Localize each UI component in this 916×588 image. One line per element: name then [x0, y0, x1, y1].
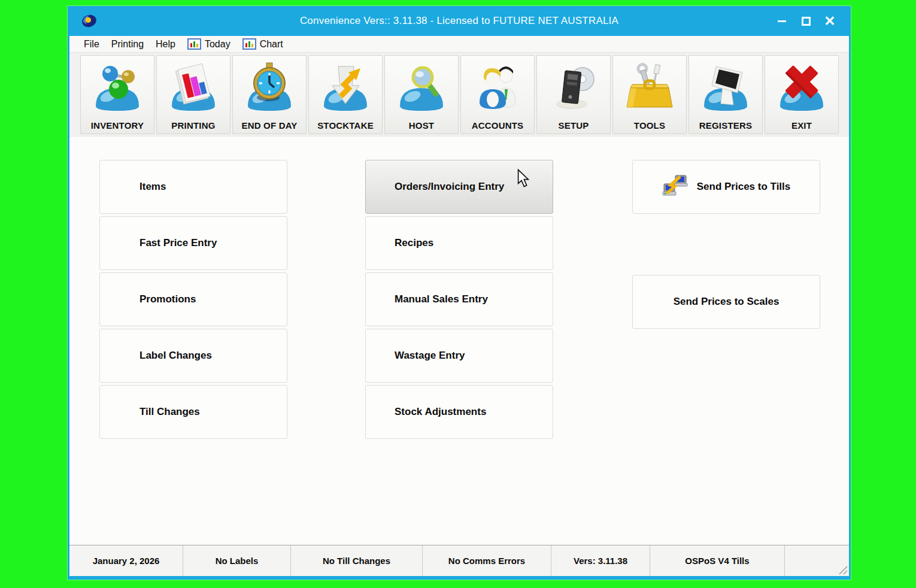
status-version: Vers: 3.11.38 — [551, 545, 650, 576]
main-panel: Items Fast Price Entry Promotions Label … — [69, 137, 849, 545]
mouse-cursor — [515, 169, 531, 188]
printing-icon — [164, 56, 223, 120]
button-column-right: Send Prices to Tills Send Prices to Scal… — [632, 160, 820, 329]
status-tills-type: OSPoS V4 Tills — [650, 545, 785, 576]
toolbar-host-label: HOST — [409, 120, 434, 131]
desktop-background: Convenience Vers:: 3.11.38 - Licensed to… — [0, 0, 916, 588]
chart-icon — [242, 38, 256, 50]
status-labels: No Labels — [183, 545, 291, 576]
menu-chart[interactable]: Chart — [236, 36, 289, 52]
button-column-left: Items Fast Price Entry Promotions Label … — [99, 160, 287, 439]
toolbox-icon — [620, 56, 679, 120]
toolbar-registers-label: REGISTERS — [699, 120, 752, 131]
fast-price-entry-button[interactable]: Fast Price Entry — [99, 216, 287, 270]
window-controls: ✕ — [776, 6, 836, 36]
send-prices-to-tills-button[interactable]: Send Prices to Tills — [632, 160, 820, 214]
window-title: Convenience Vers:: 3.11.38 - Licensed to… — [69, 15, 849, 27]
toolbar-stocktake[interactable]: STOCKTAKE — [308, 55, 383, 134]
send-prices-to-scales-button[interactable]: Send Prices to Scales — [632, 275, 820, 329]
app-window: Convenience Vers:: 3.11.38 - Licensed to… — [68, 6, 851, 580]
stock-adjustments-button[interactable]: Stock Adjustments — [365, 385, 553, 439]
status-bar: January 2, 2026 No Labels No Till Change… — [69, 545, 849, 576]
recipes-button[interactable]: Recipes — [365, 216, 553, 270]
app-icon — [80, 13, 99, 29]
maximize-button[interactable] — [800, 14, 812, 28]
toolbar: INVENTORY — [69, 53, 849, 137]
toolbar-printing[interactable]: PRINTING — [156, 55, 230, 134]
status-empty-cell — [785, 545, 849, 576]
toolbar-printing-label: PRINTING — [171, 120, 215, 131]
toolbar-exit-label: EXIT — [791, 120, 812, 131]
toolbar-host[interactable]: HOST — [384, 55, 459, 134]
menu-file[interactable]: File — [78, 36, 105, 52]
menu-today-label: Today — [205, 39, 230, 50]
toolbar-inventory[interactable]: INVENTORY — [80, 55, 154, 134]
computer-icon — [544, 56, 603, 120]
magnifier-icon — [392, 56, 451, 120]
stopwatch-icon — [240, 56, 299, 120]
toolbar-inventory-label: INVENTORY — [91, 120, 144, 131]
menu-bar: File Printing Help Today — [69, 36, 849, 53]
toolbar-accounts[interactable]: ACCOUNTS — [460, 55, 535, 134]
till-changes-button[interactable]: Till Changes — [99, 385, 287, 439]
items-button[interactable]: Items — [99, 160, 287, 214]
toolbar-accounts-label: ACCOUNTS — [472, 120, 524, 131]
button-column-middle: Orders/Invoicing Entry Recipes Manual Sa… — [365, 160, 553, 439]
toolbar-tools[interactable]: TOOLS — [612, 55, 687, 134]
send-prices-icon — [662, 174, 690, 199]
inventory-icon — [88, 56, 147, 120]
toolbar-stocktake-label: STOCKTAKE — [317, 120, 374, 131]
title-bar[interactable]: Convenience Vers:: 3.11.38 - Licensed to… — [69, 6, 849, 36]
stocktake-icon — [316, 56, 375, 120]
label-changes-button[interactable]: Label Changes — [99, 329, 287, 383]
toolbar-setup[interactable]: SETUP — [536, 55, 611, 134]
chart-icon — [187, 38, 201, 50]
menu-help[interactable]: Help — [150, 36, 181, 52]
toolbar-registers[interactable]: REGISTERS — [688, 55, 763, 134]
menu-chart-label: Chart — [260, 39, 283, 50]
menu-printing[interactable]: Printing — [105, 36, 150, 52]
menu-today[interactable]: Today — [181, 36, 236, 52]
send-prices-to-tills-label: Send Prices to Tills — [697, 181, 791, 193]
toolbar-exit[interactable]: EXIT — [765, 55, 839, 134]
promotions-button[interactable]: Promotions — [99, 272, 287, 326]
monitor-icon — [696, 56, 755, 120]
toolbar-tools-label: TOOLS — [634, 120, 665, 131]
toolbar-setup-label: SETUP — [558, 120, 589, 131]
manual-sales-entry-button[interactable]: Manual Sales Entry — [365, 272, 553, 326]
wastage-entry-button[interactable]: Wastage Entry — [365, 329, 553, 383]
toolbar-end-of-day-label: END OF DAY — [241, 120, 297, 131]
status-till-changes: No Till Changes — [291, 545, 423, 576]
status-date: January 2, 2026 — [69, 545, 183, 576]
people-icon — [468, 56, 527, 120]
close-button[interactable]: ✕ — [824, 14, 836, 28]
minimize-button[interactable] — [776, 14, 788, 28]
status-comms-errors: No Comms Errors — [423, 545, 551, 576]
resize-grip-icon[interactable] — [837, 564, 847, 574]
red-x-icon — [772, 56, 831, 120]
toolbar-end-of-day[interactable]: END OF DAY — [232, 55, 307, 134]
